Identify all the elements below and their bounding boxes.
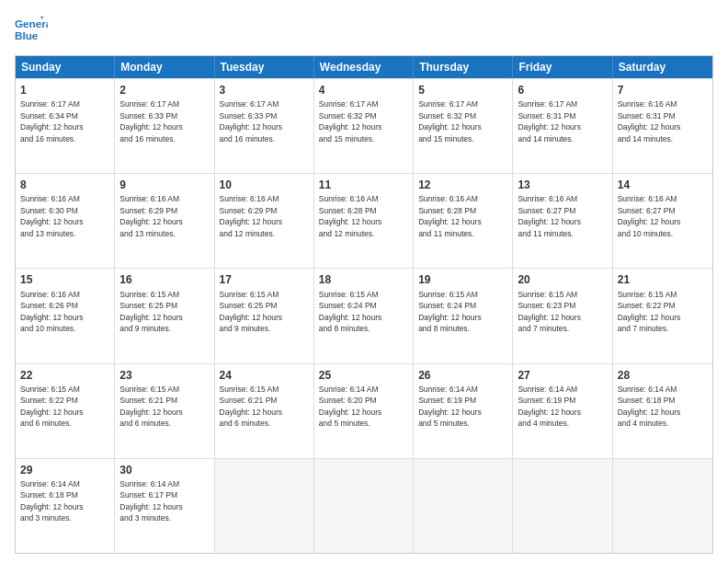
day-number: 27	[518, 368, 607, 383]
day-info: Sunrise: 6:15 AMSunset: 6:21 PMDaylight:…	[119, 385, 183, 428]
day-number: 9	[119, 178, 209, 192]
calendar-row: 1Sunrise: 6:17 AMSunset: 6:34 PMDaylight…	[16, 78, 712, 173]
svg-text:Blue: Blue	[15, 29, 39, 41]
cal-cell: 12Sunrise: 6:16 AMSunset: 6:28 PMDayligh…	[414, 174, 513, 268]
day-number: 17	[220, 272, 309, 287]
svg-text:General: General	[15, 17, 48, 29]
day-number: 16	[119, 272, 209, 287]
day-info: Sunrise: 6:17 AMSunset: 6:33 PMDaylight:…	[119, 99, 183, 143]
day-info: Sunrise: 6:17 AMSunset: 6:31 PMDaylight:…	[518, 99, 581, 143]
day-number: 10	[220, 178, 309, 192]
cal-cell: 5Sunrise: 6:17 AMSunset: 6:32 PMDaylight…	[414, 79, 513, 173]
day-number: 30	[119, 463, 209, 477]
logo-icon: General Blue	[15, 15, 48, 48]
page: General Blue Sunday Monday Tuesday Wedne…	[0, 0, 728, 563]
day-number: 8	[20, 178, 109, 192]
day-number: 14	[618, 178, 708, 192]
day-info: Sunrise: 6:14 AMSunset: 6:17 PMDaylight:…	[119, 479, 183, 523]
day-info: Sunrise: 6:15 AMSunset: 6:25 PMDaylight:…	[220, 290, 283, 333]
day-number: 23	[119, 368, 209, 383]
day-info: Sunrise: 6:16 AMSunset: 6:27 PMDaylight:…	[618, 194, 681, 237]
cal-cell: 7Sunrise: 6:16 AMSunset: 6:31 PMDaylight…	[613, 79, 712, 173]
day-number: 2	[119, 83, 209, 98]
cal-cell: 2Sunrise: 6:17 AMSunset: 6:33 PMDaylight…	[115, 79, 214, 173]
day-info: Sunrise: 6:15 AMSunset: 6:24 PMDaylight:…	[319, 290, 382, 333]
cal-cell	[513, 459, 612, 553]
cal-cell: 19Sunrise: 6:15 AMSunset: 6:24 PMDayligh…	[414, 269, 513, 362]
day-info: Sunrise: 6:15 AMSunset: 6:25 PMDaylight:…	[119, 290, 183, 333]
calendar-header: Sunday Monday Tuesday Wednesday Thursday…	[16, 56, 712, 78]
day-info: Sunrise: 6:15 AMSunset: 6:21 PMDaylight:…	[220, 385, 283, 428]
header-friday: Friday	[513, 56, 612, 78]
cal-cell: 26Sunrise: 6:14 AMSunset: 6:19 PMDayligh…	[414, 364, 513, 458]
day-info: Sunrise: 6:15 AMSunset: 6:24 PMDaylight:…	[418, 290, 482, 333]
day-number: 3	[220, 83, 309, 98]
day-info: Sunrise: 6:15 AMSunset: 6:22 PMDaylight:…	[20, 385, 84, 428]
day-info: Sunrise: 6:14 AMSunset: 6:20 PMDaylight:…	[319, 385, 382, 428]
day-info: Sunrise: 6:16 AMSunset: 6:26 PMDaylight:…	[20, 290, 84, 333]
day-number: 6	[518, 83, 607, 98]
cal-cell: 30Sunrise: 6:14 AMSunset: 6:17 PMDayligh…	[115, 459, 214, 553]
day-info: Sunrise: 6:15 AMSunset: 6:23 PMDaylight:…	[518, 290, 581, 333]
day-info: Sunrise: 6:16 AMSunset: 6:29 PMDaylight:…	[119, 194, 183, 237]
calendar-row: 15Sunrise: 6:16 AMSunset: 6:26 PMDayligh…	[16, 268, 712, 362]
cal-cell: 10Sunrise: 6:16 AMSunset: 6:29 PMDayligh…	[215, 174, 314, 268]
day-info: Sunrise: 6:16 AMSunset: 6:28 PMDaylight:…	[418, 194, 482, 237]
header-wednesday: Wednesday	[314, 56, 414, 78]
cal-cell: 21Sunrise: 6:15 AMSunset: 6:22 PMDayligh…	[613, 269, 712, 362]
day-info: Sunrise: 6:14 AMSunset: 6:19 PMDaylight:…	[518, 385, 581, 428]
day-number: 4	[319, 83, 408, 98]
cal-cell	[613, 459, 712, 553]
day-info: Sunrise: 6:17 AMSunset: 6:34 PMDaylight:…	[20, 99, 84, 143]
day-number: 21	[618, 272, 708, 287]
calendar-row: 22Sunrise: 6:15 AMSunset: 6:22 PMDayligh…	[16, 363, 712, 458]
cal-cell: 22Sunrise: 6:15 AMSunset: 6:22 PMDayligh…	[16, 364, 115, 458]
day-number: 22	[20, 368, 109, 383]
day-info: Sunrise: 6:16 AMSunset: 6:27 PMDaylight:…	[518, 194, 581, 237]
header: General Blue	[15, 15, 713, 48]
cal-cell: 27Sunrise: 6:14 AMSunset: 6:19 PMDayligh…	[513, 364, 612, 458]
cal-cell: 8Sunrise: 6:16 AMSunset: 6:30 PMDaylight…	[16, 174, 115, 268]
day-info: Sunrise: 6:16 AMSunset: 6:30 PMDaylight:…	[20, 194, 84, 237]
cal-cell: 9Sunrise: 6:16 AMSunset: 6:29 PMDaylight…	[115, 174, 214, 268]
day-info: Sunrise: 6:17 AMSunset: 6:32 PMDaylight:…	[319, 99, 382, 143]
cal-cell: 16Sunrise: 6:15 AMSunset: 6:25 PMDayligh…	[115, 269, 214, 362]
header-monday: Monday	[115, 56, 214, 78]
day-number: 12	[418, 178, 507, 192]
day-number: 7	[618, 83, 708, 98]
cal-cell	[215, 459, 314, 553]
cal-cell: 29Sunrise: 6:14 AMSunset: 6:18 PMDayligh…	[16, 459, 115, 553]
day-number: 13	[518, 178, 607, 192]
day-number: 25	[319, 368, 408, 383]
day-number: 26	[418, 368, 507, 383]
day-number: 15	[20, 272, 109, 287]
day-info: Sunrise: 6:15 AMSunset: 6:22 PMDaylight:…	[618, 290, 681, 333]
cal-cell: 15Sunrise: 6:16 AMSunset: 6:26 PMDayligh…	[16, 269, 115, 362]
cal-cell: 23Sunrise: 6:15 AMSunset: 6:21 PMDayligh…	[115, 364, 214, 458]
day-number: 11	[319, 178, 408, 192]
calendar-body: 1Sunrise: 6:17 AMSunset: 6:34 PMDaylight…	[16, 78, 712, 553]
day-info: Sunrise: 6:16 AMSunset: 6:29 PMDaylight:…	[220, 194, 283, 237]
day-info: Sunrise: 6:14 AMSunset: 6:19 PMDaylight:…	[418, 385, 482, 428]
day-number: 28	[618, 368, 708, 383]
day-info: Sunrise: 6:16 AMSunset: 6:31 PMDaylight:…	[618, 99, 681, 143]
cal-cell: 13Sunrise: 6:16 AMSunset: 6:27 PMDayligh…	[513, 174, 612, 268]
cal-cell: 20Sunrise: 6:15 AMSunset: 6:23 PMDayligh…	[513, 269, 612, 362]
day-number: 18	[319, 272, 408, 287]
cal-cell: 24Sunrise: 6:15 AMSunset: 6:21 PMDayligh…	[215, 364, 314, 458]
logo: General Blue	[15, 15, 48, 48]
day-number: 5	[418, 83, 507, 98]
day-info: Sunrise: 6:16 AMSunset: 6:28 PMDaylight:…	[319, 194, 382, 237]
cal-cell: 14Sunrise: 6:16 AMSunset: 6:27 PMDayligh…	[613, 174, 712, 268]
calendar: Sunday Monday Tuesday Wednesday Thursday…	[15, 55, 713, 554]
day-number: 1	[20, 83, 109, 98]
day-info: Sunrise: 6:17 AMSunset: 6:33 PMDaylight:…	[220, 99, 283, 143]
cal-cell: 1Sunrise: 6:17 AMSunset: 6:34 PMDaylight…	[16, 79, 115, 173]
header-sunday: Sunday	[16, 56, 115, 78]
header-tuesday: Tuesday	[215, 56, 314, 78]
day-number: 29	[20, 463, 109, 477]
cal-cell: 4Sunrise: 6:17 AMSunset: 6:32 PMDaylight…	[314, 79, 414, 173]
day-number: 24	[220, 368, 309, 383]
day-number: 19	[418, 272, 507, 287]
cal-cell: 25Sunrise: 6:14 AMSunset: 6:20 PMDayligh…	[314, 364, 414, 458]
